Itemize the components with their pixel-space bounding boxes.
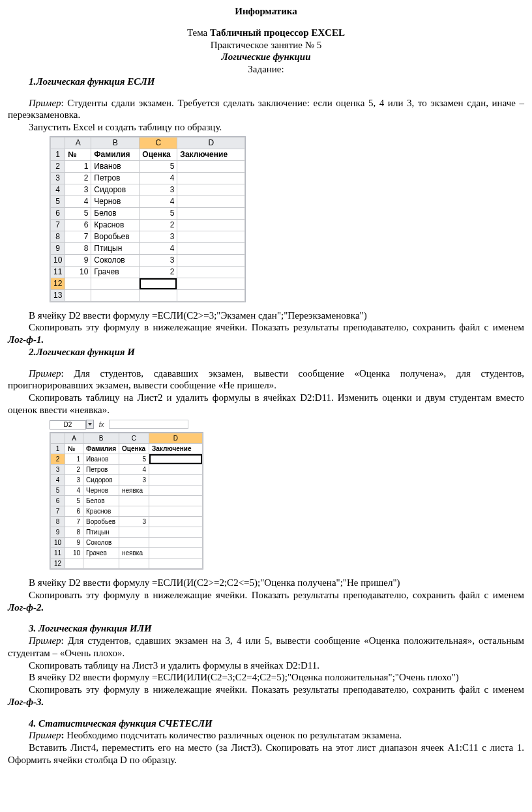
row-hdr[interactable]: 8 xyxy=(51,517,65,527)
row-hdr[interactable]: 2 xyxy=(51,160,65,172)
cell[interactable] xyxy=(177,254,245,266)
cell[interactable]: 7 xyxy=(65,231,91,242)
row-hdr[interactable]: 11 xyxy=(51,266,65,278)
row-1[interactable]: 1 xyxy=(51,149,65,160)
cell[interactable]: 6 xyxy=(65,506,83,517)
col-B[interactable]: B xyxy=(91,137,140,149)
cell[interactable] xyxy=(177,219,245,231)
cell[interactable] xyxy=(65,278,91,289)
row-hdr[interactable]: 10 xyxy=(51,538,65,548)
cell[interactable]: 6 xyxy=(65,219,91,231)
cell[interactable] xyxy=(149,506,202,517)
cell[interactable]: 9 xyxy=(65,538,83,548)
cell[interactable]: 1 xyxy=(65,160,91,172)
cell[interactable]: Краснов xyxy=(83,506,119,517)
cell[interactable]: Сидоров xyxy=(91,184,140,196)
cell[interactable]: 5 xyxy=(65,207,91,219)
cell[interactable]: Петров xyxy=(91,172,140,184)
cell[interactable]: Птицын xyxy=(91,242,140,254)
cell[interactable]: Оценка xyxy=(119,444,149,454)
cell[interactable]: 2 xyxy=(140,266,177,278)
cell[interactable]: 3 xyxy=(65,475,83,486)
cell[interactable] xyxy=(149,538,202,548)
row-hdr[interactable]: 7 xyxy=(51,506,65,517)
cell[interactable] xyxy=(91,289,140,301)
row-hdr[interactable]: 11 xyxy=(51,548,65,558)
cell[interactable]: Птицын xyxy=(83,527,119,538)
cell[interactable]: 5 xyxy=(65,496,83,506)
cell[interactable] xyxy=(177,160,245,172)
col-D[interactable]: D xyxy=(177,137,245,149)
cell[interactable]: 8 xyxy=(65,527,83,538)
cell[interactable]: неявка xyxy=(119,486,149,496)
cell[interactable]: Заключение xyxy=(177,149,245,160)
col-A[interactable]: A xyxy=(65,433,83,444)
cell[interactable]: Чернов xyxy=(83,486,119,496)
cell[interactable] xyxy=(91,278,140,289)
row-hdr[interactable]: 6 xyxy=(51,207,65,219)
cell[interactable] xyxy=(149,475,202,486)
cell[interactable] xyxy=(119,538,149,548)
cell[interactable] xyxy=(119,558,149,569)
cell[interactable] xyxy=(177,172,245,184)
row-hdr[interactable]: 12 xyxy=(51,278,65,289)
selected-cell[interactable] xyxy=(149,454,202,465)
cell[interactable]: 3 xyxy=(119,475,149,486)
xl-corner[interactable] xyxy=(51,137,65,149)
row-hdr[interactable]: 2 xyxy=(51,454,65,465)
cell[interactable]: 3 xyxy=(65,184,91,196)
cell[interactable]: Воробьев xyxy=(83,517,119,527)
col-B[interactable]: B xyxy=(83,433,119,444)
cell[interactable]: 2 xyxy=(65,465,83,475)
selected-cell[interactable] xyxy=(140,278,177,289)
cell[interactable]: Фамилия xyxy=(83,444,119,454)
cell[interactable]: № xyxy=(65,444,83,454)
cell[interactable]: Грачев xyxy=(83,548,119,558)
cell[interactable]: Иванов xyxy=(83,454,119,465)
row-hdr[interactable]: 3 xyxy=(51,465,65,475)
cell[interactable] xyxy=(177,266,245,278)
cell[interactable] xyxy=(177,231,245,242)
row-hdr[interactable]: 9 xyxy=(51,242,65,254)
cell[interactable] xyxy=(149,527,202,538)
cell[interactable]: 4 xyxy=(65,196,91,207)
cell[interactable]: 10 xyxy=(65,548,83,558)
cell[interactable] xyxy=(119,506,149,517)
cell[interactable]: Соколов xyxy=(83,538,119,548)
cell[interactable]: 2 xyxy=(140,219,177,231)
row-hdr[interactable]: 8 xyxy=(51,231,65,242)
cell[interactable] xyxy=(177,289,245,301)
cell[interactable] xyxy=(65,558,83,569)
cell[interactable]: 4 xyxy=(140,242,177,254)
cell[interactable]: Соколов xyxy=(91,254,140,266)
xl-corner[interactable] xyxy=(51,433,65,444)
col-D[interactable]: D xyxy=(149,433,202,444)
cell[interactable] xyxy=(149,517,202,527)
col-A[interactable]: A xyxy=(65,137,91,149)
row-hdr[interactable]: 4 xyxy=(51,475,65,486)
cell[interactable]: 4 xyxy=(65,486,83,496)
cell[interactable] xyxy=(177,242,245,254)
cell[interactable]: 10 xyxy=(65,266,91,278)
cell[interactable] xyxy=(177,278,245,289)
cell[interactable] xyxy=(149,496,202,506)
col-C[interactable]: C xyxy=(140,137,177,149)
cell[interactable] xyxy=(140,289,177,301)
cell[interactable]: Иванов xyxy=(91,160,140,172)
cell[interactable]: 9 xyxy=(65,254,91,266)
fx-icon[interactable]: fx xyxy=(96,421,107,429)
name-box[interactable]: D2 xyxy=(50,420,86,430)
cell[interactable] xyxy=(149,465,202,475)
row-1[interactable]: 1 xyxy=(51,444,65,454)
row-hdr[interactable]: 4 xyxy=(51,184,65,196)
cell[interactable]: Чернов xyxy=(91,196,140,207)
cell[interactable]: Воробьев xyxy=(91,231,140,242)
cell[interactable] xyxy=(177,207,245,219)
cell[interactable]: 4 xyxy=(140,172,177,184)
formula-input[interactable] xyxy=(109,420,188,429)
cell[interactable] xyxy=(177,196,245,207)
cell[interactable]: Оценка xyxy=(140,149,177,160)
cell[interactable]: 8 xyxy=(65,242,91,254)
row-hdr[interactable]: 12 xyxy=(51,558,65,569)
cell[interactable]: 1 xyxy=(65,454,83,465)
